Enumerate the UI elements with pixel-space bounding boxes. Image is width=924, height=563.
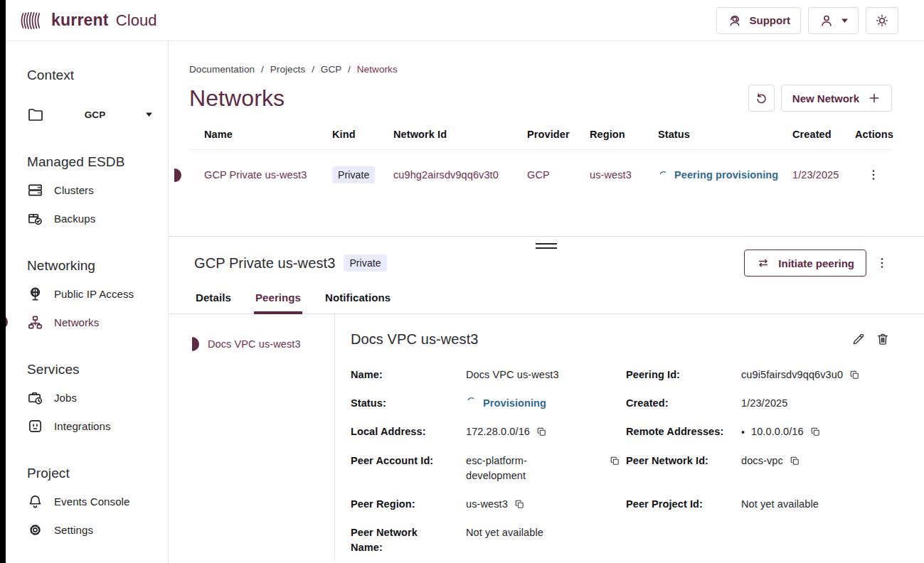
field-label-status: Status: <box>351 396 466 411</box>
copy-peer-region-button[interactable] <box>514 498 525 510</box>
chevron-down-icon <box>146 112 152 117</box>
integrations-outlet-icon <box>27 418 43 434</box>
field-value-local-address: 172.28.0.0/16 <box>466 424 530 439</box>
kebab-icon <box>866 168 881 182</box>
column-header-actions: Actions <box>855 129 893 140</box>
logo-text: kurrent <box>51 11 109 30</box>
peering-detail-title: Docs VPC us-west3 <box>351 331 479 348</box>
sidebar-item-integrations[interactable]: Integrations <box>27 412 156 440</box>
sidebar-item-jobs[interactable]: Jobs <box>27 383 156 412</box>
field-label-peer-project-id: Peer Project Id: <box>626 497 741 512</box>
peering-list-item[interactable]: Docs VPC us-west3 <box>169 332 334 356</box>
field-label-local-address: Local Address: <box>351 424 466 439</box>
table-header-row: Name Kind Network Id Provider Region Sta… <box>189 129 892 150</box>
kebab-icon <box>875 256 889 270</box>
breadcrumb-gcp[interactable]: GCP <box>321 64 341 75</box>
field-label-remote-addresses: Remote Addresses: <box>626 424 741 439</box>
sidebar-item-backups[interactable]: Backups <box>27 204 156 232</box>
breadcrumb: Documentation / Projects / GCP / Network… <box>189 41 892 75</box>
sidebar-item-clusters[interactable]: Clusters <box>27 176 156 204</box>
row-actions-kebab-button[interactable] <box>864 165 883 185</box>
breadcrumb-networks-current[interactable]: Networks <box>357 64 398 75</box>
tab-notifications[interactable]: Notifications <box>324 286 392 314</box>
field-label-created: Created: <box>626 396 741 411</box>
sidebar-heading-project: Project <box>27 466 156 481</box>
breadcrumb-separator: / <box>312 64 314 75</box>
column-header-region: Region <box>590 129 658 140</box>
tab-details[interactable]: Details <box>194 286 233 314</box>
field-value-created: 1/23/2025 <box>741 396 787 411</box>
kurrent-cloud-logo[interactable]: kurrent Cloud <box>20 10 157 31</box>
copy-icon <box>849 370 860 380</box>
copy-icon <box>610 456 620 466</box>
selected-peering-indicator <box>192 337 199 351</box>
breadcrumb-separator: / <box>348 64 351 75</box>
spinner-icon <box>658 170 669 181</box>
panel-kebab-button[interactable] <box>872 253 892 273</box>
sidebar-item-settings[interactable]: Settings <box>27 515 156 544</box>
table-row[interactable]: GCP Private us-west3 Private cu9hg2airsd… <box>189 150 892 185</box>
theme-toggle-button[interactable] <box>866 7 898 34</box>
field-value-peer-account-id: esc-platform-development <box>466 454 560 483</box>
spinner-icon <box>466 396 477 407</box>
field-label-peer-account-id: Peer Account Id: <box>351 454 466 468</box>
cell-network-id[interactable]: cu9hg2airsdv9qq6v3t0 <box>393 169 527 181</box>
sidebar-item-label: Clusters <box>54 184 94 196</box>
panel-tabs: Details Peerings Notifications <box>169 286 924 314</box>
copy-peer-account-id-button[interactable] <box>610 455 620 466</box>
column-header-provider: Provider <box>527 129 590 140</box>
sidebar-item-label: Public IP Access <box>54 288 134 300</box>
bell-icon <box>27 493 43 510</box>
column-header-kind: Kind <box>332 129 393 140</box>
plus-icon <box>868 92 881 104</box>
drag-handle[interactable] <box>536 243 557 249</box>
copy-icon <box>514 499 525 510</box>
delete-peering-button[interactable] <box>873 330 892 348</box>
logo-suffix: Cloud <box>116 11 157 30</box>
new-network-button[interactable]: New Network <box>781 85 892 112</box>
user-menu-button[interactable] <box>808 7 859 34</box>
globe-icon <box>27 286 43 302</box>
breadcrumb-projects[interactable]: Projects <box>270 64 306 75</box>
networks-table: Name Kind Network Id Provider Region Sta… <box>189 129 892 185</box>
field-value-status: Provisioning <box>483 396 546 411</box>
panel-title: GCP Private us-west3 <box>194 255 335 272</box>
sidebar-heading-managed-esdb: Managed ESDB <box>27 154 156 170</box>
clusters-icon <box>27 182 43 198</box>
field-label-peer-network-name: Peer Network Name: <box>351 525 466 555</box>
peerings-list: Docs VPC us-west3 <box>169 314 334 560</box>
breadcrumb-separator: / <box>261 64 264 75</box>
copy-icon <box>810 427 821 437</box>
column-header-status: Status <box>658 129 792 140</box>
column-header-created: Created <box>792 129 855 140</box>
refresh-button[interactable] <box>748 85 775 112</box>
support-headset-icon <box>727 13 743 28</box>
initiate-peering-label: Initiate peering <box>778 257 854 269</box>
kurrent-logo-icon <box>20 10 46 31</box>
context-selector[interactable]: GCP <box>27 100 156 129</box>
folder-icon <box>27 106 44 123</box>
copy-icon <box>790 456 800 466</box>
sidebar-item-networks[interactable]: Networks <box>27 308 156 336</box>
bullet: • <box>741 425 745 440</box>
page-title: Networks <box>189 85 285 112</box>
field-value-peer-network-name: Not yet available <box>466 525 543 540</box>
edit-peering-button[interactable] <box>849 330 868 348</box>
sidebar-item-public-ip-access[interactable]: Public IP Access <box>27 279 156 308</box>
panel-kind-badge: Private <box>344 254 386 272</box>
support-button[interactable]: Support <box>716 7 802 34</box>
breadcrumb-documentation[interactable]: Documentation <box>189 64 255 75</box>
tab-peerings[interactable]: Peerings <box>254 286 302 314</box>
copy-local-address-button[interactable] <box>536 426 547 437</box>
sidebar: Context GCP Managed ESDB Clusters Backup… <box>6 41 169 563</box>
sidebar-item-events-console[interactable]: Events Console <box>27 487 156 515</box>
copy-peering-id-button[interactable] <box>849 369 860 380</box>
cell-network-name[interactable]: GCP Private us-west3 <box>204 169 332 181</box>
field-value-peer-region: us-west3 <box>466 497 508 512</box>
row-selected-indicator <box>174 168 181 182</box>
jobs-briefcase-icon <box>27 390 43 406</box>
copy-peer-network-id-button[interactable] <box>790 455 800 466</box>
initiate-peering-button[interactable]: Initiate peering <box>744 250 866 277</box>
copy-remote-addresses-button[interactable] <box>810 426 821 437</box>
copy-icon <box>536 427 547 437</box>
